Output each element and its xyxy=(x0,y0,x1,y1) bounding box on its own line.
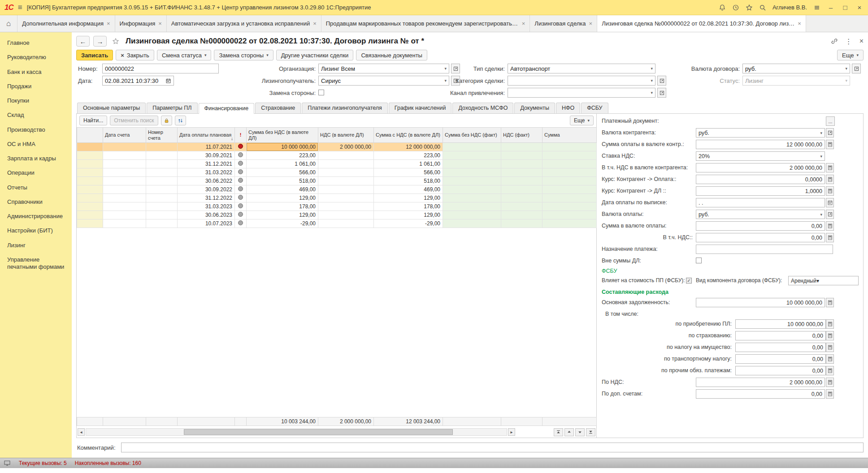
chevron-down-icon[interactable]: ▾ xyxy=(820,131,822,135)
sum-no-vat-cell[interactable]: 129,00 xyxy=(247,211,318,219)
fact-sum-cell[interactable] xyxy=(542,194,597,202)
fact-sum-cell[interactable] xyxy=(542,202,597,211)
comment-input[interactable] xyxy=(121,443,864,452)
sidebar-item[interactable]: Руководителю xyxy=(0,50,72,64)
sidebar-item[interactable]: Производство xyxy=(0,123,72,137)
fact-sum-cell[interactable] xyxy=(542,143,597,151)
sidebar-item[interactable]: Администрирование xyxy=(0,209,72,224)
search-icon[interactable] xyxy=(759,4,766,11)
sidebar-item[interactable]: Склад xyxy=(0,108,72,122)
by-vat-calc-icon[interactable] xyxy=(826,378,834,387)
window-tab[interactable]: Лизинговая сделка × xyxy=(530,15,597,32)
invoice-date-cell[interactable] xyxy=(103,151,146,160)
fact-sum-no-vat-cell[interactable] xyxy=(443,151,501,160)
chevron-down-icon[interactable]: ▾ xyxy=(816,278,819,284)
incl-vat-input[interactable]: 0,00 xyxy=(696,233,825,242)
current-user[interactable]: Агличев В.В. xyxy=(773,4,807,11)
history-icon[interactable] xyxy=(732,4,739,11)
planned-date-cell[interactable]: 30.09.2021 xyxy=(178,151,235,160)
form-tab[interactable]: НФО xyxy=(556,103,580,113)
close-form-icon[interactable]: × xyxy=(859,37,864,45)
contract-currency-input[interactable]: руб.▾ xyxy=(742,64,850,73)
vat-cell[interactable] xyxy=(318,177,374,185)
scroll-left-icon[interactable]: ◂ xyxy=(78,428,85,436)
planned-date-cell[interactable]: 31.12.2021 xyxy=(178,160,235,168)
vat-contractor-calc-icon[interactable] xyxy=(826,163,834,172)
tab-close-icon[interactable]: × xyxy=(158,20,162,27)
invoice-date-cell[interactable] xyxy=(103,143,146,151)
planned-date-cell[interactable]: 30.06.2022 xyxy=(178,177,235,185)
planned-date-cell[interactable]: 31.03.2023 xyxy=(178,202,235,211)
sum-payment-currency-input[interactable]: 0,00 xyxy=(696,221,825,231)
other-participants-button[interactable]: Другие участники сделки xyxy=(276,50,354,60)
minimize-button[interactable]: – xyxy=(827,4,835,11)
invoice-number-cell[interactable] xyxy=(146,219,178,228)
status-cell[interactable] xyxy=(235,143,247,151)
fact-vat-cell[interactable] xyxy=(501,143,542,151)
channel-input[interactable]: ▾ xyxy=(508,88,655,98)
invoice-number-cell[interactable] xyxy=(146,194,178,202)
form-tab[interactable]: Документы xyxy=(514,103,555,113)
rate-contractor-payment-input[interactable]: 0,0000 xyxy=(696,175,825,184)
horizontal-scrollbar[interactable]: ◂ ▸ xyxy=(78,428,595,436)
sum-no-vat-cell[interactable]: -29,00 xyxy=(247,219,318,228)
fact-vat-cell[interactable] xyxy=(501,211,542,219)
sum-no-vat-cell[interactable]: 1 061,00 xyxy=(247,160,318,168)
scrollbar-track[interactable] xyxy=(86,428,507,436)
chevron-down-icon[interactable]: ▾ xyxy=(651,90,653,95)
sort-button[interactable] xyxy=(175,116,186,125)
invoice-number-cell[interactable] xyxy=(146,177,178,185)
vat-cell[interactable] xyxy=(318,168,374,177)
sidebar-item[interactable]: Продажи xyxy=(0,79,72,94)
rate-dl-calc-icon[interactable] xyxy=(826,186,834,196)
favorite-star-icon[interactable] xyxy=(112,38,119,45)
row-selector-cell[interactable] xyxy=(77,211,103,219)
contractor-currency-input[interactable]: руб.▾ xyxy=(696,128,825,138)
row-selector-cell[interactable] xyxy=(77,143,103,151)
payment-currency-open-button[interactable] xyxy=(826,210,834,219)
tab-close-icon[interactable]: × xyxy=(589,20,593,27)
sidebar-item[interactable]: ОС и НМА xyxy=(0,137,72,151)
fact-sum-no-vat-cell[interactable] xyxy=(443,143,501,151)
table-row[interactable]: 31.12.2022 129,00 129,00 xyxy=(77,194,597,202)
table-row[interactable]: 31.03.2022 566,00 566,00 xyxy=(77,168,597,177)
table-row[interactable]: 31.12.2021 1 061,00 1 061,00 xyxy=(77,160,597,168)
sidebar-item[interactable]: Зарплата и кадры xyxy=(0,151,72,166)
payment-currency-input[interactable]: руб.▾ xyxy=(696,210,825,219)
planned-date-cell[interactable]: 30.09.2022 xyxy=(178,185,235,194)
main-debt-calc-icon[interactable] xyxy=(826,298,834,307)
invoice-number-cell[interactable] xyxy=(146,168,178,177)
invoice-number-cell[interactable] xyxy=(146,160,178,168)
contract-currency-open-button[interactable] xyxy=(852,64,861,73)
by-transport-tax-input[interactable]: 0,00 xyxy=(735,354,826,364)
main-debt-input[interactable]: 10 000 000,00 xyxy=(696,298,825,307)
vat-cell[interactable] xyxy=(318,185,374,194)
sum-no-vat-cell[interactable]: 178,00 xyxy=(247,202,318,211)
by-acquisition-input[interactable]: 10 000 000,00 xyxy=(735,319,826,329)
date-input[interactable]: 02.08.2021 10:37:30 xyxy=(102,76,174,86)
deal-category-input[interactable]: ▾ xyxy=(508,76,655,86)
planned-date-cell[interactable]: 31.03.2022 xyxy=(178,168,235,177)
vat-cell[interactable] xyxy=(318,194,374,202)
table-row[interactable]: 31.03.2023 178,00 178,00 xyxy=(77,202,597,211)
planned-date-cell[interactable]: 31.12.2022 xyxy=(178,194,235,202)
status-cell[interactable] xyxy=(235,151,247,160)
invoice-number-cell[interactable] xyxy=(146,143,178,151)
table-row[interactable]: 30.06.2023 129,00 129,00 xyxy=(77,211,597,219)
fact-vat-cell[interactable] xyxy=(501,219,542,228)
maximize-button[interactable]: □ xyxy=(841,4,849,11)
by-additional-accounts-input[interactable]: 0,00 xyxy=(696,389,825,399)
close-window-button[interactable]: × xyxy=(855,4,864,11)
chevron-down-icon[interactable]: ▾ xyxy=(820,154,822,159)
back-button[interactable]: ← xyxy=(76,36,90,47)
forward-button[interactable]: → xyxy=(93,36,107,47)
status-cell[interactable] xyxy=(235,185,247,194)
row-selector-cell[interactable] xyxy=(77,219,103,228)
go-last-row-button[interactable] xyxy=(586,428,595,436)
table-more-button[interactable]: Еще▾ xyxy=(570,116,594,125)
fact-sum-no-vat-cell[interactable] xyxy=(443,160,501,168)
invoice-number-cell[interactable] xyxy=(146,211,178,219)
payment-document-select-button[interactable]: ... xyxy=(826,116,835,126)
sum-with-vat-cell[interactable]: 518,00 xyxy=(374,177,443,185)
by-insurance-input[interactable]: 0,00 xyxy=(735,331,826,340)
